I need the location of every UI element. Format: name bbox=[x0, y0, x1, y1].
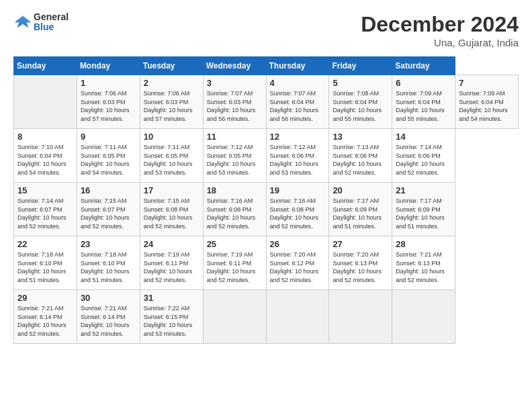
page-container: General Blue December 2024 Una, Gujarat,… bbox=[0, 0, 532, 351]
day-number: 13 bbox=[332, 132, 388, 142]
calendar-cell: 5Sunrise: 7:08 AMSunset: 6:04 PMDaylight… bbox=[329, 75, 392, 129]
cell-info: Sunrise: 7:20 AMSunset: 6:12 PMDaylight:… bbox=[270, 250, 326, 284]
cell-info: Sunrise: 7:12 AMSunset: 6:05 PMDaylight:… bbox=[207, 143, 263, 177]
calendar-cell: 11Sunrise: 7:12 AMSunset: 6:05 PMDayligh… bbox=[203, 129, 266, 183]
calendar-cell: 22Sunrise: 7:18 AMSunset: 6:10 PMDayligh… bbox=[14, 236, 77, 290]
cell-info: Sunrise: 7:11 AMSunset: 6:05 PMDaylight:… bbox=[144, 143, 200, 177]
cell-info: Sunrise: 7:15 AMSunset: 6:07 PMDaylight:… bbox=[81, 197, 136, 230]
day-number: 19 bbox=[270, 185, 326, 195]
day-number: 20 bbox=[332, 185, 388, 195]
day-number: 11 bbox=[207, 132, 263, 142]
calendar-cell: 31Sunrise: 7:22 AMSunset: 6:15 PMDayligh… bbox=[140, 290, 203, 344]
calendar-cell: 16Sunrise: 7:15 AMSunset: 6:07 PMDayligh… bbox=[77, 183, 140, 236]
calendar-cell: 19Sunrise: 7:16 AMSunset: 6:08 PMDayligh… bbox=[266, 183, 329, 236]
day-number: 25 bbox=[207, 239, 263, 249]
calendar-cell bbox=[14, 75, 77, 129]
day-number: 27 bbox=[332, 239, 388, 249]
cell-info: Sunrise: 7:15 AMSunset: 6:08 PMDaylight:… bbox=[144, 197, 200, 230]
cell-info: Sunrise: 7:13 AMSunset: 6:06 PMDaylight:… bbox=[332, 143, 388, 177]
calendar-cell: 10Sunrise: 7:11 AMSunset: 6:05 PMDayligh… bbox=[140, 129, 203, 183]
calendar-cell: 24Sunrise: 7:19 AMSunset: 6:11 PMDayligh… bbox=[140, 236, 203, 290]
cell-info: Sunrise: 7:12 AMSunset: 6:06 PMDaylight:… bbox=[270, 143, 326, 177]
day-header-wednesday: Wednesday bbox=[203, 57, 266, 75]
calendar-cell: 12Sunrise: 7:12 AMSunset: 6:06 PMDayligh… bbox=[266, 129, 329, 183]
calendar-cell: 13Sunrise: 7:13 AMSunset: 6:06 PMDayligh… bbox=[329, 129, 392, 183]
day-number: 4 bbox=[270, 78, 326, 88]
cell-info: Sunrise: 7:21 AMSunset: 6:14 PMDaylight:… bbox=[17, 304, 73, 338]
calendar-cell: 27Sunrise: 7:20 AMSunset: 6:13 PMDayligh… bbox=[329, 236, 392, 290]
calendar-cell: 4Sunrise: 7:07 AMSunset: 6:04 PMDaylight… bbox=[266, 75, 329, 129]
logo-blue: Blue bbox=[34, 21, 54, 32]
calendar-cell: 18Sunrise: 7:16 AMSunset: 6:08 PMDayligh… bbox=[203, 183, 266, 236]
day-number: 28 bbox=[396, 239, 451, 249]
day-number: 12 bbox=[270, 132, 326, 142]
cell-info: Sunrise: 7:17 AMSunset: 6:09 PMDaylight:… bbox=[332, 197, 388, 230]
cell-info: Sunrise: 7:21 AMSunset: 6:14 PMDaylight:… bbox=[81, 304, 136, 338]
day-number: 18 bbox=[207, 185, 263, 195]
header-row: SundayMondayTuesdayWednesdayThursdayFrid… bbox=[14, 57, 519, 75]
cell-info: Sunrise: 7:07 AMSunset: 6:03 PMDaylight:… bbox=[207, 89, 263, 123]
day-number: 15 bbox=[17, 185, 73, 195]
cell-info: Sunrise: 7:22 AMSunset: 6:15 PMDaylight:… bbox=[144, 304, 200, 338]
cell-info: Sunrise: 7:18 AMSunset: 6:10 PMDaylight:… bbox=[17, 250, 73, 284]
cell-info: Sunrise: 7:07 AMSunset: 6:04 PMDaylight:… bbox=[270, 89, 326, 123]
day-number: 1 bbox=[81, 78, 136, 88]
header: General Blue December 2024 Una, Gujarat,… bbox=[13, 12, 519, 48]
cell-info: Sunrise: 7:11 AMSunset: 6:05 PMDaylight:… bbox=[81, 143, 136, 177]
day-number: 9 bbox=[81, 132, 136, 142]
calendar-cell bbox=[203, 290, 266, 344]
day-header-tuesday: Tuesday bbox=[140, 57, 203, 75]
day-number: 31 bbox=[144, 293, 200, 303]
day-number: 5 bbox=[332, 78, 388, 88]
calendar-cell: 23Sunrise: 7:18 AMSunset: 6:10 PMDayligh… bbox=[77, 236, 140, 290]
logo-icon bbox=[13, 13, 32, 32]
cell-info: Sunrise: 7:09 AMSunset: 6:04 PMDaylight:… bbox=[396, 89, 451, 123]
calendar-cell: 8Sunrise: 7:10 AMSunset: 6:04 PMDaylight… bbox=[14, 129, 77, 183]
calendar-table: SundayMondayTuesdayWednesdayThursdayFrid… bbox=[13, 56, 519, 344]
day-number: 29 bbox=[17, 293, 73, 303]
calendar-cell: 15Sunrise: 7:14 AMSunset: 6:07 PMDayligh… bbox=[14, 183, 77, 236]
day-header-monday: Monday bbox=[77, 57, 140, 75]
calendar-cell: 6Sunrise: 7:09 AMSunset: 6:04 PMDaylight… bbox=[392, 75, 455, 129]
week-row-5: 29Sunrise: 7:21 AMSunset: 6:14 PMDayligh… bbox=[14, 290, 519, 344]
calendar-cell: 28Sunrise: 7:21 AMSunset: 6:13 PMDayligh… bbox=[392, 236, 455, 290]
day-number: 26 bbox=[270, 239, 326, 249]
week-row-4: 22Sunrise: 7:18 AMSunset: 6:10 PMDayligh… bbox=[14, 236, 519, 290]
day-number: 8 bbox=[17, 132, 73, 142]
cell-info: Sunrise: 7:10 AMSunset: 6:04 PMDaylight:… bbox=[17, 143, 73, 177]
calendar-cell: 26Sunrise: 7:20 AMSunset: 6:12 PMDayligh… bbox=[266, 236, 329, 290]
cell-info: Sunrise: 7:14 AMSunset: 6:07 PMDaylight:… bbox=[17, 197, 73, 230]
day-header-thursday: Thursday bbox=[266, 57, 329, 75]
cell-info: Sunrise: 7:19 AMSunset: 6:11 PMDaylight:… bbox=[144, 250, 200, 284]
cell-info: Sunrise: 7:19 AMSunset: 6:11 PMDaylight:… bbox=[207, 250, 263, 284]
day-number: 16 bbox=[81, 185, 136, 195]
day-number: 21 bbox=[396, 185, 451, 195]
calendar-cell: 29Sunrise: 7:21 AMSunset: 6:14 PMDayligh… bbox=[14, 290, 77, 344]
title-block: December 2024 Una, Gujarat, India bbox=[361, 12, 519, 48]
day-number: 10 bbox=[144, 132, 200, 142]
week-row-3: 15Sunrise: 7:14 AMSunset: 6:07 PMDayligh… bbox=[14, 183, 519, 236]
calendar-cell: 9Sunrise: 7:11 AMSunset: 6:05 PMDaylight… bbox=[77, 129, 140, 183]
week-row-2: 8Sunrise: 7:10 AMSunset: 6:04 PMDaylight… bbox=[14, 129, 519, 183]
calendar-cell: 21Sunrise: 7:17 AMSunset: 6:09 PMDayligh… bbox=[392, 183, 455, 236]
day-header-sunday: Sunday bbox=[14, 57, 77, 75]
calendar-cell: 25Sunrise: 7:19 AMSunset: 6:11 PMDayligh… bbox=[203, 236, 266, 290]
day-header-saturday: Saturday bbox=[392, 57, 455, 75]
calendar-cell bbox=[329, 290, 392, 344]
cell-info: Sunrise: 7:08 AMSunset: 6:04 PMDaylight:… bbox=[332, 89, 388, 123]
cell-info: Sunrise: 7:16 AMSunset: 6:08 PMDaylight:… bbox=[207, 197, 263, 230]
day-number: 24 bbox=[144, 239, 200, 249]
cell-info: Sunrise: 7:06 AMSunset: 6:03 PMDaylight:… bbox=[81, 89, 136, 123]
logo-general: General bbox=[34, 11, 69, 22]
month-title: December 2024 bbox=[361, 12, 519, 37]
day-number: 17 bbox=[144, 185, 200, 195]
day-number: 2 bbox=[144, 78, 200, 88]
day-number: 7 bbox=[459, 78, 515, 88]
calendar-cell: 1Sunrise: 7:06 AMSunset: 6:03 PMDaylight… bbox=[77, 75, 140, 129]
week-row-1: 1Sunrise: 7:06 AMSunset: 6:03 PMDaylight… bbox=[14, 75, 519, 129]
calendar-cell: 30Sunrise: 7:21 AMSunset: 6:14 PMDayligh… bbox=[77, 290, 140, 344]
cell-info: Sunrise: 7:21 AMSunset: 6:13 PMDaylight:… bbox=[396, 250, 451, 284]
calendar-cell: 20Sunrise: 7:17 AMSunset: 6:09 PMDayligh… bbox=[329, 183, 392, 236]
cell-info: Sunrise: 7:14 AMSunset: 6:06 PMDaylight:… bbox=[396, 143, 451, 177]
calendar-cell: 14Sunrise: 7:14 AMSunset: 6:06 PMDayligh… bbox=[392, 129, 455, 183]
